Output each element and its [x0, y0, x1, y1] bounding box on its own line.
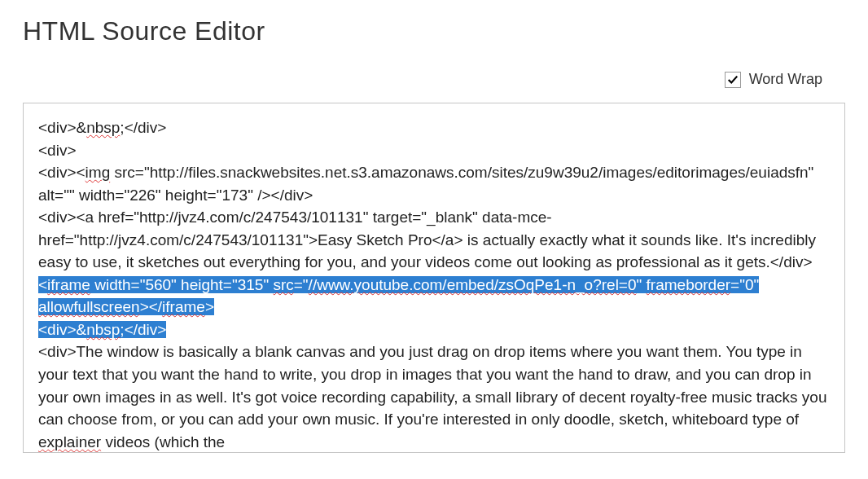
selection: <div>&nbsp;</div> [38, 321, 166, 338]
code-line: <div>&nbsp;</div> [38, 119, 166, 136]
code-line: <div><img src="http://files.snackwebsite… [38, 164, 813, 204]
checkmark-icon [727, 74, 739, 86]
source-textarea[interactable]: <div>&nbsp;</div> <div> <div><img src="h… [23, 103, 845, 453]
selection: <iframe width="560" height="315" src="//… [38, 276, 759, 316]
code-line: <div><a href="http://jvz4.com/c/247543/1… [38, 209, 816, 270]
wordwrap-label: Word Wrap [749, 71, 822, 88]
wordwrap-row: Word Wrap [23, 71, 845, 88]
code-line: <div> [38, 142, 76, 159]
page-title: HTML Source Editor [23, 16, 845, 46]
wordwrap-checkbox[interactable] [725, 72, 741, 88]
editor-window: HTML Source Editor Word Wrap <div>&nbsp;… [0, 0, 868, 469]
code-line: <div>The window is basically a blank can… [38, 343, 826, 450]
